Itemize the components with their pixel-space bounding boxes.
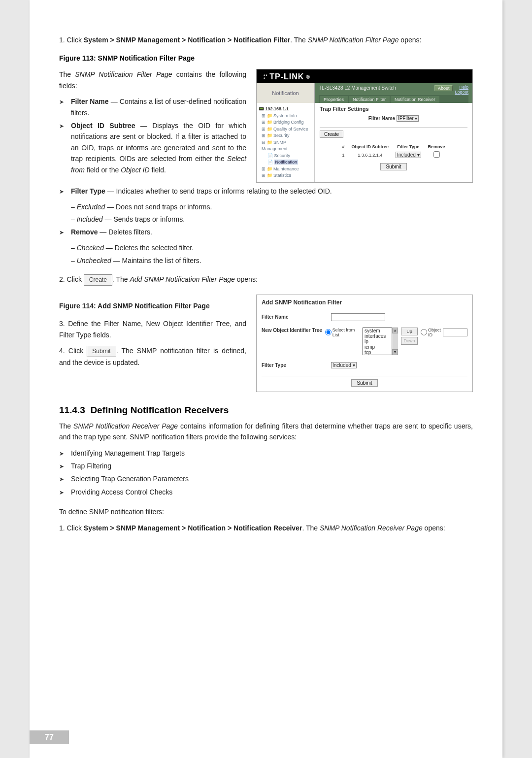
tplink-brand-header: ••• TP-LINK® xyxy=(257,69,472,83)
tab-notification-receiver[interactable]: Notification Receiver xyxy=(391,96,439,103)
nav-tree[interactable]: 📟 192.168.1.1 ⊞ 📁 System Info ⊞ 📁 Bridgi… xyxy=(257,103,315,182)
bullet-arrow-icon: ➤ xyxy=(59,488,66,497)
sub-excluded: – Excluded — Does not send traps or info… xyxy=(71,201,473,212)
filter-name-select[interactable]: IPFilter ▾ xyxy=(397,115,419,122)
step-1: 1. Click System > SNMP Management > Noti… xyxy=(59,34,473,45)
filter-name-label: Filter Name xyxy=(262,314,328,320)
bullet-arrow-icon: ➤ xyxy=(59,449,66,459)
recv-bullet-1: ➤Identifying Management Trap Targets xyxy=(59,448,473,459)
tree-snmp-security[interactable]: 📄 Security xyxy=(259,153,312,160)
object-id-input[interactable] xyxy=(443,329,467,336)
filter-name-label: Filter Name xyxy=(368,116,395,121)
nav-section-label: Notification xyxy=(257,83,315,103)
row-remove-checkbox[interactable] xyxy=(433,151,440,158)
tab-notification-filter[interactable]: Notification Filter xyxy=(349,96,390,103)
bullet-remove: ➤ Remove — Deletes filters. xyxy=(59,227,473,237)
step-2: 2. Click Create. The Add SNMP Notificati… xyxy=(59,274,473,286)
tree-qos[interactable]: ⊞ 📁 Quality of Service xyxy=(259,126,312,133)
switch-name: TL-SL3428 L2 Management Switch xyxy=(319,85,396,91)
filter-type-label: Filter Type xyxy=(262,363,328,368)
define-filters-line: To define SNMP notification filters: xyxy=(59,506,473,517)
down-button[interactable]: Down xyxy=(401,337,418,345)
bullet-arrow-icon: ➤ xyxy=(59,228,66,237)
list-item[interactable]: interfaces xyxy=(363,333,392,339)
step-4: 4. Click Submit. The SNMP notification f… xyxy=(59,345,246,368)
receiver-intro: The SNMP Notification Receiver Page cont… xyxy=(59,421,473,443)
filter-table: # Object ID Subtree Filter Type Remove 1… xyxy=(338,143,449,160)
bullet-arrow-icon: ➤ xyxy=(59,462,66,471)
recv-bullet-2: ➤Trap Filtering xyxy=(59,461,473,471)
figure-114-caption: Figure 114: Add SNMP Notification Filter… xyxy=(59,300,246,311)
tree-security[interactable]: ⊞ 📁 Security xyxy=(259,132,312,139)
bullet-filter-type: ➤ Filter Type — Indicates whether to sen… xyxy=(59,186,473,197)
step1-prefix: 1. Click xyxy=(59,36,84,44)
bullet-arrow-icon: ➤ xyxy=(59,98,66,107)
bullet-arrow-icon: ➤ xyxy=(59,122,66,131)
screenshot-add-snmp-filter: Add SNMP Notification Filter Filter Name… xyxy=(256,295,473,392)
create-button[interactable]: Create xyxy=(320,131,343,138)
sub-unchecked: – Unchecked — Maintains the list of filt… xyxy=(71,255,473,266)
tree-statistics[interactable]: ⊞ 📁 Statistics xyxy=(259,172,312,179)
table-row: 1 1.3.6.1.2.1.4 Included ▾ xyxy=(339,151,448,159)
select-from-list-radio[interactable] xyxy=(325,329,332,335)
object-list[interactable]: system interfaces ip icmp tcp xyxy=(363,328,392,355)
logout-link[interactable]: HelpLogout xyxy=(455,85,468,95)
row-filter-type-select[interactable]: Included ▾ xyxy=(396,152,421,158)
tree-maintenance[interactable]: ⊞ 📁 Maintenance xyxy=(259,166,312,173)
list-item[interactable]: ip xyxy=(363,339,392,344)
up-button[interactable]: Up xyxy=(401,328,418,335)
new-object-identifier-label: New Object Identifier Tree xyxy=(262,328,322,333)
list-item[interactable]: tcp xyxy=(363,350,392,355)
sub-included: – Included — Sends traps or informs. xyxy=(71,214,473,225)
page-number: 77 xyxy=(30,730,69,744)
list-item[interactable]: icmp xyxy=(363,344,392,350)
submit-button[interactable]: Submit xyxy=(351,379,377,387)
section-heading: 11.4.3 Defining Notification Receivers xyxy=(59,405,473,416)
filter-name-input[interactable] xyxy=(331,313,385,321)
list-item[interactable]: system xyxy=(363,328,392,333)
tree-root[interactable]: 192.168.1.1 xyxy=(266,106,289,111)
brand-dots-icon: ••• xyxy=(264,74,267,80)
object-id-radio[interactable] xyxy=(421,329,427,335)
screenshot-tp-link-filter: ••• TP-LINK® Notification HelpLogout Abo… xyxy=(256,69,473,182)
sub-checked: – Checked — Deletes the selected filter. xyxy=(71,242,473,253)
tree-system-info[interactable]: ⊞ 📁 System Info xyxy=(259,113,312,120)
step1-path: System > SNMP Management > Notification … xyxy=(84,36,290,44)
tree-bridging-config[interactable]: ⊞ 📁 Bridging Config xyxy=(259,119,312,126)
tree-snmp-management[interactable]: ⊟ 📁 SNMP Management xyxy=(259,139,312,153)
object-id-label: Object ID xyxy=(428,328,442,337)
receiver-step-1: 1. Click System > SNMP Management > Noti… xyxy=(59,523,473,533)
bullet-filter-name: ➤ Filter Name — Contains a list of user-… xyxy=(59,96,246,118)
figure-113-caption: Figure 113: SNMP Notification Filter Pag… xyxy=(59,54,473,62)
bullet-object-id-subtree: ➤ Object ID Subtree — Displays the OID f… xyxy=(59,120,246,175)
recv-bullet-3: ➤Selecting Trap Generation Parameters xyxy=(59,473,473,484)
filter-type-select[interactable]: Included ▾ xyxy=(331,362,357,368)
recv-bullet-4: ➤Providing Access Control Checks xyxy=(59,487,473,497)
tree-snmp-notification[interactable]: 📄 Notification xyxy=(259,159,312,166)
dialog-title: Add SNMP Notification Filter xyxy=(262,299,467,306)
submit-button[interactable]: Submit xyxy=(380,163,406,170)
tab-properties[interactable]: Properties xyxy=(320,96,348,103)
trap-filter-settings-title: Trap Filter Settings xyxy=(320,106,467,112)
create-button-inline: Create xyxy=(84,274,112,286)
step1-suffix: opens: xyxy=(399,36,421,44)
step-3: 3. Define the Filter Name, New Object Id… xyxy=(59,318,246,340)
step1-pagename: SNMP Notification Filter Page xyxy=(308,36,399,44)
submit-button-inline: Submit xyxy=(87,346,116,357)
list-scrollbar[interactable]: ▲▼ xyxy=(392,328,398,355)
bullet-arrow-icon: ➤ xyxy=(59,187,66,197)
intro-113: The SNMP Notification Filter Page contai… xyxy=(59,69,246,91)
step1-mid: . The xyxy=(290,36,308,44)
bullet-arrow-icon: ➤ xyxy=(59,475,66,484)
select-from-list-label: Select from List xyxy=(332,328,360,337)
about-button[interactable]: About xyxy=(434,85,453,91)
